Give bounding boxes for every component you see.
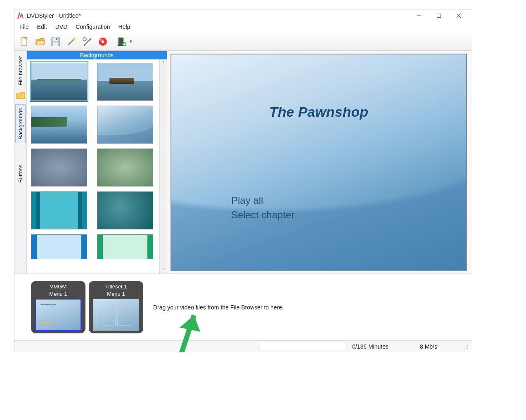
status-bar: 0/136 Minutes 8 Mb/s	[14, 340, 472, 352]
status-bitrate: 8 Mb/s	[420, 343, 457, 350]
svg-marker-24	[180, 315, 200, 332]
toolbar-burn-button[interactable]	[95, 34, 110, 49]
window-minimize-button[interactable]	[412, 11, 426, 21]
svg-point-28	[464, 348, 465, 349]
svg-point-13	[83, 38, 86, 41]
svg-rect-9	[53, 42, 58, 46]
timeline-card-name: Titleset 1	[105, 283, 127, 290]
menu-help[interactable]: Help	[115, 23, 134, 31]
svg-point-25	[467, 345, 468, 346]
side-tab-backgrounds[interactable]: Backgrounds	[15, 104, 26, 143]
timeline-card-titleset1[interactable]: Titleset 1 Menu 1	[89, 281, 143, 333]
background-thumbnail[interactable]	[31, 149, 87, 186]
timeline-hint: Drag your video files from the File Brow…	[153, 304, 284, 311]
scroll-up-icon[interactable]: ˄	[162, 61, 164, 66]
toolbar-new-button[interactable]	[17, 34, 32, 49]
scroll-down-icon[interactable]: ˅	[162, 267, 164, 272]
menu-dvd[interactable]: DVD	[52, 23, 71, 31]
side-tab-file-browser[interactable]: File browser	[16, 53, 25, 89]
background-thumbnail[interactable]	[31, 234, 87, 259]
timeline-card-vmgm[interactable]: VMGM Menu 1 The Pawnshop Play all Select…	[31, 281, 85, 333]
app-icon	[17, 12, 24, 19]
window-close-button[interactable]	[451, 11, 466, 21]
window-maximize-button[interactable]	[431, 11, 446, 21]
background-thumbnail[interactable]	[97, 234, 153, 259]
side-tabs: File browser Backgrounds Buttons	[14, 51, 27, 274]
app-window: DVDStyler - Untitled* File Edit DVD Conf…	[14, 9, 472, 352]
toolbar-separator	[113, 35, 113, 48]
menu-configuration[interactable]: Configuration	[72, 23, 113, 31]
menu-title[interactable]: The Pawnshop	[269, 104, 368, 120]
toolbar-open-button[interactable]	[33, 34, 47, 49]
svg-rect-10	[56, 38, 57, 40]
svg-rect-2	[437, 14, 441, 18]
window-title: DVDStyler - Untitled*	[27, 12, 412, 19]
menu-edit[interactable]: Edit	[34, 23, 50, 31]
svg-point-29	[466, 348, 467, 349]
background-thumbnails	[27, 59, 159, 273]
backgrounds-panel: Backgrounds ˄ ˅	[27, 51, 167, 274]
panel-header: Backgrounds	[27, 51, 167, 59]
resize-grip-icon[interactable]	[463, 344, 469, 349]
svg-point-12	[73, 38, 76, 40]
side-tab-buttons[interactable]: Buttons	[16, 161, 25, 186]
panel-scrollbar[interactable]: ˄ ˅	[159, 59, 167, 274]
toolbar-add-clip-dropdown[interactable]: ▼	[116, 36, 133, 47]
svg-point-16	[100, 39, 103, 41]
menu-option-select-chapter[interactable]: Select chapter	[231, 209, 294, 221]
svg-rect-8	[53, 38, 58, 41]
toolbar-save-button[interactable]	[48, 34, 63, 49]
background-thumbnail[interactable]	[31, 106, 87, 144]
menu-option-play-all[interactable]: Play all	[231, 195, 263, 206]
toolbar-wand-button[interactable]	[64, 34, 79, 49]
background-thumbnail[interactable]	[97, 149, 153, 186]
svg-line-11	[68, 39, 74, 45]
title-bar: DVDStyler - Untitled*	[14, 9, 472, 22]
svg-point-0	[18, 18, 19, 19]
background-thumbnail[interactable]	[97, 191, 153, 229]
toolbar: ▼	[14, 33, 472, 51]
menu-preview-canvas[interactable]: The Pawnshop Play all Select chapter	[171, 54, 467, 271]
timeline-card-menu: Menu 1	[33, 290, 84, 297]
timeline-card-menu: Menu 1	[90, 290, 142, 297]
menu-file[interactable]: File	[16, 23, 32, 31]
menu-bar: File Edit DVD Configuration Help	[14, 22, 472, 33]
menu-preview-area: The Pawnshop Play all Select chapter	[167, 51, 472, 274]
background-thumbnail[interactable]	[97, 106, 153, 144]
timeline[interactable]: VMGM Menu 1 The Pawnshop Play all Select…	[14, 274, 472, 340]
toolbar-tools-button[interactable]	[80, 34, 95, 49]
svg-point-27	[467, 347, 468, 347]
timeline-thumbnail[interactable]: The Pawnshop Play all Select chapter	[35, 299, 81, 331]
svg-point-30	[467, 348, 468, 349]
background-thumbnail[interactable]	[97, 63, 153, 101]
status-minutes: 0/136 Minutes	[352, 343, 414, 350]
workspace: File browser Backgrounds Buttons Backgro…	[14, 51, 472, 274]
background-thumbnail[interactable]	[31, 63, 87, 101]
progress-bar	[260, 343, 346, 350]
background-thumbnail[interactable]	[31, 191, 87, 229]
timeline-thumbnail[interactable]	[93, 299, 139, 331]
caret-down-icon: ▼	[129, 39, 133, 44]
svg-point-26	[466, 347, 467, 347]
timeline-card-name: VMGM	[50, 283, 66, 290]
folder-icon	[16, 92, 25, 99]
